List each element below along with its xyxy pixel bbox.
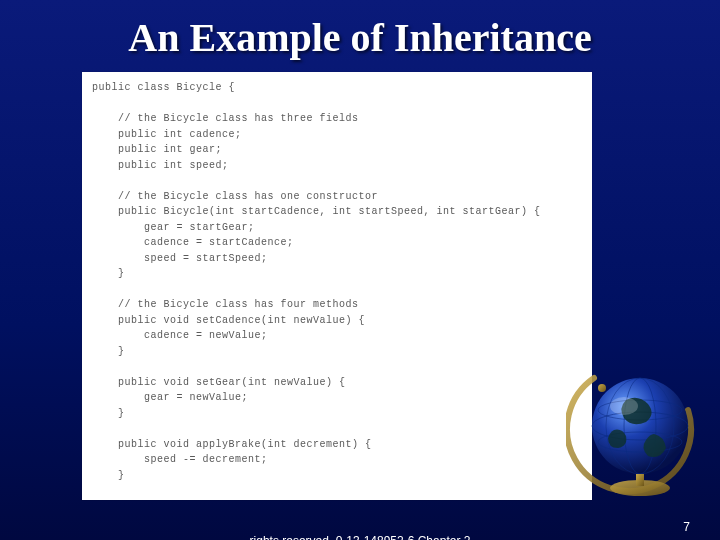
footer-text: rights reserved. 0-13-148952-6 Chapter 2 (250, 534, 471, 540)
svg-rect-9 (636, 474, 644, 486)
slide-title: An Example of Inheritance (0, 0, 720, 61)
svg-point-6 (610, 397, 638, 415)
globe-icon (566, 360, 706, 500)
slide: An Example of Inheritance public class B… (0, 0, 720, 540)
page-number: 7 (683, 520, 690, 534)
svg-point-7 (598, 384, 606, 392)
code-listing: public class Bicycle { // the Bicycle cl… (82, 72, 592, 500)
